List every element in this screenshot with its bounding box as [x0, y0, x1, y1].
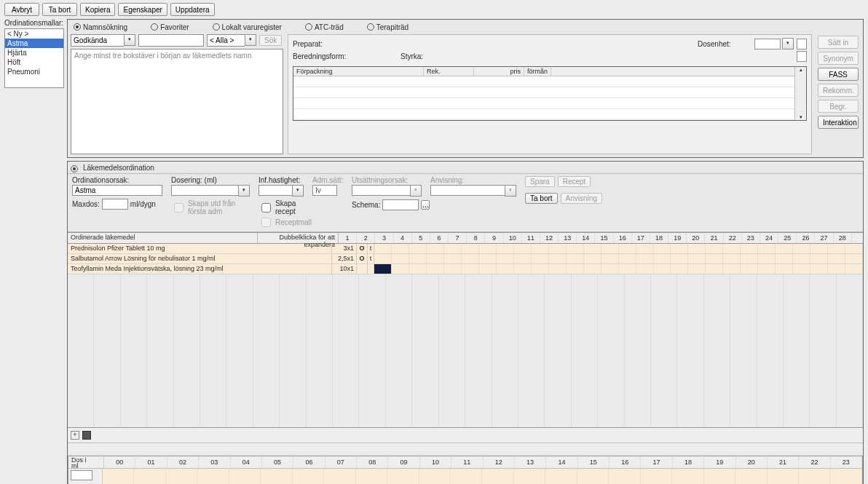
utsatt-dropdown[interactable]: ▾ [352, 185, 422, 197]
col-forpackning[interactable]: Förpackning [293, 67, 424, 76]
search-hint: Ange minst tre bokstäver i början av läk… [71, 49, 283, 154]
recept-button[interactable]: Recept [558, 176, 591, 187]
sidebar: Ordinationsmallar: < Ny > Astma Hjärta H… [4, 19, 64, 484]
col-rek[interactable]: Rek. [424, 67, 474, 76]
satt-in-button[interactable]: Sätt in [818, 36, 859, 49]
expand-icon[interactable]: + [71, 431, 79, 440]
styrka-extra[interactable] [797, 51, 807, 62]
maxdos-input[interactable] [102, 199, 128, 210]
chevron-down-icon[interactable]: ▾ [124, 34, 135, 46]
chevron-down-icon[interactable]: ▾ [292, 185, 304, 197]
chk-receptmall[interactable] [261, 218, 271, 227]
table-row[interactable]: Prednisolon Pfizer Tablett 10 mg3x1Ot [68, 244, 863, 254]
ord-form: Ordinationsorsak: Maxdos: ml/dygn Doseri… [68, 174, 863, 232]
scrollbar[interactable] [852, 233, 863, 243]
maxdos-unit: ml/dygn [130, 200, 156, 208]
anvis-label: Anvisning: [430, 176, 516, 184]
schema-picker-button[interactable]: … [421, 200, 430, 210]
grid-col-ordinerade[interactable]: Ordinerade läkemedel [68, 233, 258, 243]
search-mode-radios: Namnsökning Favoriter Lokalt varuregiste… [71, 21, 860, 34]
search-input[interactable] [138, 34, 204, 47]
styrka-label: Styrka: [401, 52, 457, 60]
filter-dropdown[interactable]: ▾ [71, 34, 135, 47]
dose-icon[interactable]: O [357, 244, 368, 253]
adm-label: Adm.sätt: [312, 176, 343, 184]
chevron-down-icon[interactable]: ▾ [238, 185, 250, 197]
sok-button[interactable]: Sök [259, 35, 282, 46]
spara-button[interactable]: Spara [525, 176, 555, 187]
chevron-down-icon[interactable]: ▾ [782, 38, 794, 49]
template-item-hoft[interactable]: Höft [5, 57, 63, 67]
copy-button[interactable]: Kopiera [80, 3, 115, 16]
dose-input[interactable] [71, 470, 92, 480]
toolbar: Avbryt Ta bort Kopiera Egenskaper Uppdat… [0, 0, 868, 17]
beredning-label: Beredningsform: [293, 52, 350, 60]
ord-tabort-button[interactable]: Ta bort [525, 193, 558, 204]
radio-atc[interactable]: ATC-träd [305, 23, 344, 31]
dosering-label: Dosering: (ml) [171, 176, 250, 184]
template-item-new[interactable]: < Ny > [5, 29, 63, 39]
refresh-button[interactable]: Uppdatera [170, 3, 215, 16]
schema-input[interactable] [382, 199, 419, 210]
sidebar-title: Ordinationsmallar: [4, 19, 64, 27]
template-item-astma[interactable]: Astma [5, 39, 63, 48]
orsak-label: Ordinationsorsak: [72, 176, 162, 184]
chevron-down-icon[interactable]: ▾ [245, 34, 256, 46]
dosering-dropdown[interactable]: ▾ [171, 185, 250, 197]
grid-tick-header: 1234567891011121314151617181920212223242… [339, 233, 852, 243]
col-forman[interactable]: förmån [524, 67, 551, 76]
radio-ord[interactable] [71, 165, 78, 172]
grid-footer: + [68, 428, 863, 443]
ordination-panel: Läkemedelsordination Ordinationsorsak: M… [67, 161, 864, 484]
table-row[interactable]: Salbutamol Arrow Lösning för nebulisator… [68, 254, 863, 264]
maxdos-label: Maxdos: [72, 200, 100, 208]
dose-icon[interactable] [357, 264, 368, 274]
chevron-down-icon[interactable]: ▾ [410, 185, 422, 197]
dosenhet-label: Dosenhet: [698, 40, 754, 48]
synonym-button[interactable]: Synonym [818, 52, 859, 65]
preparat-label: Preparat: [293, 40, 350, 48]
dosenhet-extra[interactable] [797, 39, 807, 49]
grid-col-dubbel[interactable]: Dubbelklicka för att expandera [258, 233, 339, 243]
rekomm-button[interactable]: Rekomm. [818, 84, 859, 97]
interaktion-button[interactable]: Interaktion [818, 116, 859, 129]
anvisning-button[interactable]: Anvisning [561, 193, 602, 204]
radio-namnsokning[interactable]: Namnsökning [74, 23, 127, 31]
scrollbar[interactable]: ▴▾ [794, 67, 806, 120]
delete-button[interactable]: Ta bort [42, 3, 77, 16]
begr-button[interactable]: Begr. [818, 100, 859, 113]
chevron-down-icon[interactable]: ▾ [505, 185, 516, 197]
orsak-input[interactable] [72, 185, 162, 196]
utsatt-label: Utsättningsorsak: [352, 176, 422, 184]
template-item-hjarta[interactable]: Hjärta [5, 48, 63, 57]
anvis-dropdown[interactable]: ▾ [430, 185, 516, 197]
fass-button[interactable]: FASS [818, 68, 859, 81]
preparat-rows[interactable] [293, 76, 794, 120]
schema-label: Schema: [352, 201, 380, 209]
adm-input[interactable] [312, 185, 337, 196]
template-item-pneumoni[interactable]: Pneumoni [5, 67, 63, 76]
dosenhet-dropdown[interactable]: ▾ [754, 38, 794, 49]
radio-favoriter[interactable]: Favoriter [151, 23, 189, 31]
action-buttons: Sätt in Synonym FASS Rekomm. Begr. Inter… [816, 34, 860, 154]
template-list[interactable]: < Ny > Astma Hjärta Höft Pneumoni [4, 28, 64, 88]
chk-skapa-recept[interactable] [261, 203, 271, 213]
radio-terapi[interactable]: Terapiträd [367, 23, 409, 31]
properties-button[interactable]: Egenskaper [118, 3, 167, 16]
h-scrollbar[interactable] [68, 443, 863, 453]
table-row[interactable]: Teofyllamin Meda Injektionsvätska, lösni… [68, 264, 863, 274]
alla-dropdown[interactable]: ▾ [207, 34, 256, 47]
cancel-button[interactable]: Avbryt [4, 3, 39, 16]
grid-empty[interactable] [68, 274, 863, 427]
preparat-table: Förpackning Rek. pris förmån ▴▾ [293, 66, 807, 121]
search-panel: Namnsökning Favoriter Lokalt varuregiste… [67, 19, 864, 158]
ordination-grid: Ordinerade läkemedel Dubbelklicka för at… [68, 232, 863, 428]
chk-skapa-utd[interactable] [174, 203, 184, 213]
col-pris[interactable]: pris [474, 67, 524, 76]
preparat-panel: Preparat: Dosenhet: ▾ Beredningsform: St… [288, 34, 812, 154]
dose-icon[interactable]: O [357, 254, 368, 263]
inf-dropdown[interactable]: ▾ [259, 185, 304, 197]
collapse-icon[interactable] [82, 431, 91, 440]
radio-lokalt[interactable]: Lokalt varuregister [213, 23, 282, 31]
dose-strip: Dos iml 00010203040506070809101112131415… [68, 456, 863, 484]
